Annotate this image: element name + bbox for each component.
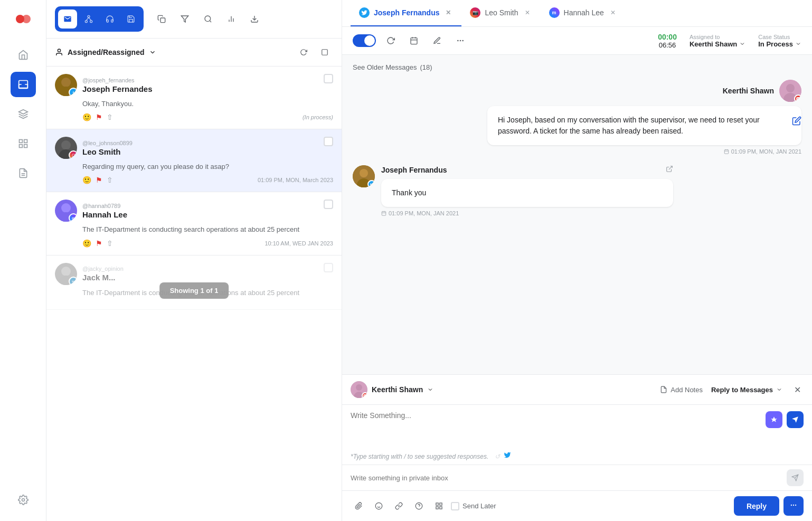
emoji-btn[interactable]: 🙂: [82, 176, 91, 184]
chat-tab-close-leo[interactable]: ✕: [523, 8, 532, 17]
help-btn[interactable]: [411, 498, 427, 514]
chat-tab-joseph[interactable]: Joseph Fernandus ✕: [351, 0, 461, 26]
reply-close-btn[interactable]: ✕: [791, 383, 804, 396]
tab-save[interactable]: [121, 10, 140, 29]
select-all-btn[interactable]: [316, 44, 333, 61]
reply-textarea[interactable]: [351, 411, 761, 443]
tab-inbox[interactable]: [58, 10, 77, 29]
chat-tab-hannah[interactable]: m Hannah Lee ✕: [541, 0, 626, 26]
svg-rect-70: [436, 507, 438, 509]
tab-network[interactable]: [79, 10, 98, 29]
older-messages-link[interactable]: See Older Messages (18): [353, 63, 801, 71]
flag-btn[interactable]: ⚑: [96, 239, 102, 248]
message-time-joseph: 01:09 PM, MON, JAN 2021: [381, 210, 673, 216]
private-inbox-send-btn[interactable]: [787, 469, 804, 486]
chat-tab-close-hannah[interactable]: ✕: [608, 8, 618, 17]
reply-button[interactable]: Reply: [734, 496, 779, 516]
svg-point-40: [462, 40, 464, 42]
conv-handle-hannah: @hannah0789: [82, 203, 333, 209]
conversation-item-leo[interactable]: ◻ @leo_johnson0899 Leo Smith Regarding m…: [46, 129, 342, 192]
emoji-btn[interactable]: 🙂: [82, 113, 91, 121]
filter-action[interactable]: [175, 10, 194, 29]
conv-status: (In process): [303, 114, 333, 120]
sidebar: [0, 0, 46, 521]
conv-checkbox[interactable]: [324, 74, 333, 83]
showing-tooltip: Showing 1 of 1: [159, 282, 229, 299]
private-inbox-input[interactable]: [351, 474, 780, 482]
filter-label[interactable]: Assigned/Reassigned: [55, 48, 156, 56]
send-later-checkbox[interactable]: [451, 502, 459, 510]
assigned-label: Assigned to: [690, 34, 720, 40]
external-link-icon[interactable]: [666, 165, 673, 175]
svg-point-1: [22, 15, 31, 23]
magic-compose-btn[interactable]: [766, 411, 782, 428]
conv-checkbox-hannah[interactable]: [324, 200, 333, 209]
assigned-value[interactable]: Keerthi Shawn: [690, 40, 745, 48]
conv-message: Okay, Thankyou.: [82, 99, 333, 109]
search-action[interactable]: [199, 10, 218, 29]
emoji-picker-btn[interactable]: [371, 498, 386, 514]
case-status-value[interactable]: In Process: [758, 40, 801, 48]
refresh-btn[interactable]: [295, 44, 312, 61]
flag-btn[interactable]: ⚑: [96, 176, 102, 184]
reply-to-messages-btn[interactable]: Reply to Messages: [711, 386, 782, 394]
message-sender-joseph: Joseph Fernandus: [381, 166, 447, 174]
refresh-icon-btn[interactable]: [382, 32, 399, 49]
edit-action[interactable]: [792, 116, 801, 128]
sidebar-item-inbox[interactable]: [11, 72, 36, 97]
download-action[interactable]: [245, 10, 264, 29]
share-btn[interactable]: ⇧: [107, 176, 113, 184]
reply-hint: *Type starting with / to see suggested r…: [342, 451, 812, 465]
timer-bottom: 06:56: [658, 41, 677, 49]
conversation-item-jack[interactable]: in @jacky_opinion Jack M... The IT-Depar…: [46, 255, 342, 310]
filter-text: Assigned/Reassigned: [68, 48, 145, 56]
more-options-btn[interactable]: [431, 498, 447, 514]
chat-tab-name-joseph: Joseph Fernandus: [374, 8, 439, 17]
reply-header: Keerthi Shawn Add Notes Reply to Message…: [342, 375, 812, 405]
reply-sender-badge: [362, 392, 367, 398]
copy-action[interactable]: [152, 10, 171, 29]
share-btn[interactable]: ⇧: [107, 113, 113, 121]
reply-more-button[interactable]: [783, 496, 804, 516]
send-later-wrapper: Send Later: [451, 502, 496, 510]
chat-tab-leo[interactable]: 📷 Leo Smith ✕: [461, 0, 540, 26]
svg-rect-69: [439, 503, 441, 505]
sidebar-item-home[interactable]: [11, 42, 36, 68]
conversation-item-hannah[interactable]: m @hannah0789 Hannah Lee The IT-Departme…: [46, 192, 342, 255]
flag-btn[interactable]: ⚑: [96, 113, 102, 121]
sidebar-item-grid[interactable]: [11, 131, 36, 156]
older-messages-text: See Older Messages: [353, 63, 417, 71]
conv-message-hannah: The IT-Department is conducting search o…: [82, 225, 333, 234]
conv-handle-jack: @jacky_opinion: [82, 266, 333, 272]
conv-checkbox-leo[interactable]: [324, 137, 333, 146]
chart-action[interactable]: [222, 10, 241, 29]
toggle-online[interactable]: [353, 34, 376, 47]
conv-checkbox-jack[interactable]: [324, 263, 333, 272]
chat-tab-close-joseph[interactable]: ✕: [443, 8, 453, 17]
sidebar-item-layers[interactable]: [11, 101, 36, 127]
calendar-icon-btn[interactable]: [405, 32, 422, 49]
chat-tab-social-hannah: m: [549, 7, 560, 18]
message-bubble-joseph: Thank you: [381, 179, 673, 207]
reply-sender-name: Keerthi Shawn: [372, 385, 423, 394]
app-logo: [13, 8, 34, 30]
message-timestamp-joseph: 01:09 PM, MON, JAN 2021: [389, 210, 459, 216]
more-icon-btn[interactable]: [452, 32, 469, 49]
filter-actions: [295, 44, 333, 61]
tab-headset[interactable]: [100, 10, 119, 29]
share-btn[interactable]: ⇧: [107, 239, 113, 248]
conversation-item-joseph[interactable]: t @jospeh_fernandes Joseph Fernandes Oka…: [46, 67, 342, 129]
sidebar-item-doc[interactable]: [11, 160, 36, 186]
emoji-btn[interactable]: 🙂: [82, 239, 91, 248]
sidebar-item-settings[interactable]: [11, 487, 36, 513]
edit-icon-btn[interactable]: [429, 32, 446, 49]
reply-footer-left: Send Later: [351, 498, 496, 514]
link-btn[interactable]: [391, 498, 407, 514]
reply-panel: Keerthi Shawn Add Notes Reply to Message…: [342, 374, 812, 521]
send-compose-btn[interactable]: [787, 411, 804, 428]
svg-rect-71: [439, 507, 441, 509]
attachment-btn[interactable]: [351, 498, 366, 514]
conv-avatar-leo: ◻: [55, 137, 77, 159]
add-notes-btn[interactable]: Add Notes: [660, 386, 703, 394]
reply-sender[interactable]: Keerthi Shawn: [351, 381, 433, 398]
